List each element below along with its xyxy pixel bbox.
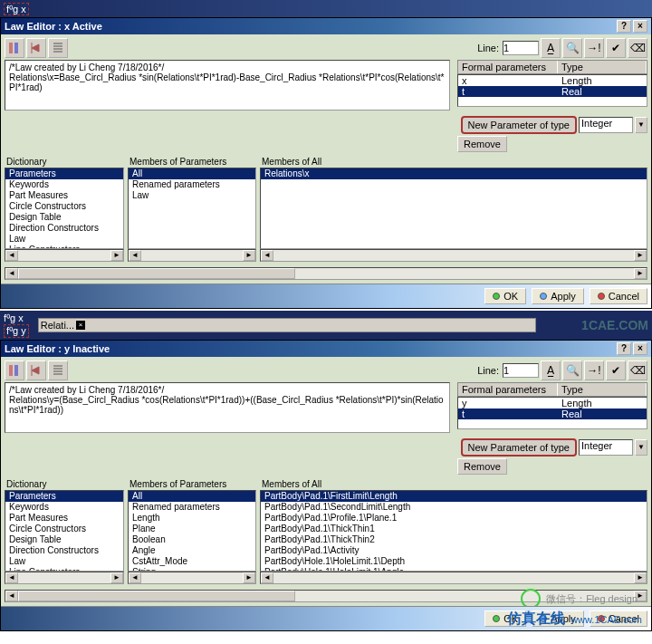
type-select[interactable]: Integer [579, 439, 633, 456]
list-item: Law [5, 234, 123, 245]
members-params-list[interactable]: All Renamed parameters Law [128, 168, 256, 249]
type-dropdown-arrow[interactable]: ▼ [635, 439, 647, 456]
remove-button[interactable]: Remove [457, 136, 507, 152]
members-all-header: Members of All [260, 156, 647, 168]
window-title: Law Editor : y Inactive [5, 343, 110, 354]
new-parameter-button[interactable]: New Parameter of type [461, 438, 578, 457]
tool-find-btn[interactable]: 🔍 [562, 38, 582, 58]
help-button[interactable]: ? [617, 20, 631, 33]
tool-check-btn[interactable]: ✔ [606, 360, 626, 380]
relations-toolbar[interactable]: Relati... × [38, 318, 536, 332]
tool-find-btn[interactable]: 🔍 [562, 360, 582, 380]
members-all-list[interactable]: PartBody\Pad.1\FirstLimit\Length PartBod… [260, 490, 647, 572]
line-input[interactable] [503, 363, 539, 378]
hscroll[interactable]: ◄► [5, 249, 124, 262]
list-item: PartBody\Hole.1\HoleLimit.1\Depth [261, 556, 647, 567]
dictionary-header: Dictionary [5, 478, 124, 490]
dictionary-list[interactable]: Parameters Keywords Part Measures Circle… [5, 168, 124, 249]
cancel-button[interactable]: Cancel [590, 288, 647, 304]
relations-label: Relati... [41, 320, 74, 331]
ok-icon [493, 615, 500, 622]
tool-eraser-btn[interactable]: ⌫ [628, 38, 647, 58]
tool-font-btn[interactable]: A̲ [541, 38, 561, 58]
window-title: Law Editor : x Active [5, 21, 102, 32]
list-item: Design Table [5, 534, 123, 545]
remove-button[interactable]: Remove [457, 458, 507, 475]
titlebar-x[interactable]: Law Editor : x Active ? × [1, 18, 651, 34]
fp-header: Formal parameters Type [457, 60, 647, 74]
ok-button[interactable]: OK [484, 288, 526, 304]
members-all-list[interactable]: Relations\x [260, 168, 647, 249]
list-item: All [129, 168, 255, 179]
line-label: Line: [477, 365, 499, 376]
tool-arrow-btn[interactable]: →! [584, 360, 604, 380]
main-hscroll[interactable]: ◄► 微信号：Fleg design [5, 590, 647, 602]
titlebar-y[interactable]: Law Editor : y Inactive ? × [1, 341, 651, 357]
law-editor-y-window: Law Editor : y Inactive ? × Line: A̲ 🔍 →… [0, 340, 652, 631]
tool-font-btn[interactable]: A̲ [541, 360, 561, 380]
hscroll[interactable]: ◄► [5, 572, 124, 584]
dictionary-header: Dictionary [5, 156, 124, 168]
list-item: Length [129, 513, 255, 524]
formula-textarea[interactable]: /*Law created by Li Cheng 7/18/2016*/ Re… [5, 60, 450, 111]
type-select[interactable]: Integer [579, 117, 633, 133]
type-dropdown-arrow[interactable]: ▼ [635, 117, 647, 133]
list-item: Renamed parameters [129, 179, 255, 190]
list-item: Keywords [5, 179, 123, 190]
new-parameter-button[interactable]: New Parameter of type [461, 116, 578, 134]
dictionary-list[interactable]: Parameters Keywords Part Measures Circle… [5, 490, 124, 572]
list-item: Circle Constructors [5, 524, 123, 534]
tool-btn-2[interactable] [26, 360, 46, 380]
close-button[interactable]: × [633, 342, 647, 355]
law-editor-x-window: Law Editor : x Active ? × Line: A̲ 🔍 →! … [0, 17, 652, 309]
list-item: Direction Constructors [5, 545, 123, 556]
site-name: 仿真在线 [507, 610, 565, 629]
list-item: Boolean [129, 534, 255, 545]
fp-col-name: Formal parameters [458, 383, 558, 396]
fp-header: Formal parameters Type [457, 382, 647, 397]
formula-textarea[interactable]: /*Law created by Li Cheng 7/18/2016*/ Re… [5, 382, 450, 433]
hscroll[interactable]: ◄► [260, 572, 647, 584]
watermark-1cae: 1CAE.COM [581, 318, 648, 332]
fp-row: tReal [458, 409, 647, 419]
fp-list[interactable]: yLength tReal [457, 397, 647, 429]
list-item: Parameters [5, 168, 123, 179]
tool-btn-2[interactable] [26, 38, 46, 58]
hscroll[interactable]: ◄► [128, 572, 256, 584]
fp-col-type: Type [558, 383, 647, 396]
hscroll[interactable]: ◄► [260, 249, 647, 262]
list-item: Renamed parameters [129, 502, 255, 513]
tool-check-btn[interactable]: ✔ [606, 38, 626, 58]
list-item: Plane [129, 524, 255, 534]
apply-button[interactable]: Apply [532, 288, 584, 304]
cancel-icon [598, 293, 605, 300]
help-button[interactable]: ? [617, 342, 631, 355]
dialog-footer: OK Apply Cancel [1, 284, 651, 308]
members-params-header: Members of Parameters [128, 478, 256, 490]
tool-arrow-btn[interactable]: →! [584, 38, 604, 58]
dialog-footer: OK Apply Cancel 仿真在线 www.1CAE.com [1, 606, 651, 630]
tool-eraser-btn[interactable]: ⌫ [628, 360, 647, 380]
list-item: Direction Constructors [5, 223, 123, 234]
list-item: CstAttr_Mode [129, 556, 255, 567]
line-label: Line: [477, 43, 499, 53]
tool-btn-3[interactable] [48, 360, 68, 380]
members-all-header: Members of All [260, 478, 647, 490]
list-item: PartBody\Pad.1\ThickThin1 [261, 524, 647, 534]
list-item: Circle Constructors [5, 201, 123, 212]
line-input[interactable] [503, 41, 539, 55]
list-item: PartBody\Pad.1\Profile.1\Plane.1 [261, 513, 647, 524]
fp-list[interactable]: xLength tReal [457, 74, 647, 107]
fog-x-label: f⁰g x [4, 3, 29, 15]
tool-btn-1[interactable] [5, 38, 24, 58]
fp-row: tReal [458, 86, 647, 97]
close-icon[interactable]: × [76, 321, 85, 330]
close-button[interactable]: × [633, 20, 647, 33]
tool-btn-3[interactable] [48, 38, 68, 58]
members-params-list[interactable]: All Renamed parameters Length Plane Bool… [128, 490, 256, 572]
hscroll[interactable]: ◄► [128, 249, 256, 262]
wechat-text: 微信号：Fleg design [546, 592, 638, 606]
tool-btn-1[interactable] [5, 360, 24, 380]
main-hscroll[interactable]: ◄► [5, 267, 647, 280]
list-item: PartBody\Pad.1\FirstLimit\Length [261, 491, 647, 502]
